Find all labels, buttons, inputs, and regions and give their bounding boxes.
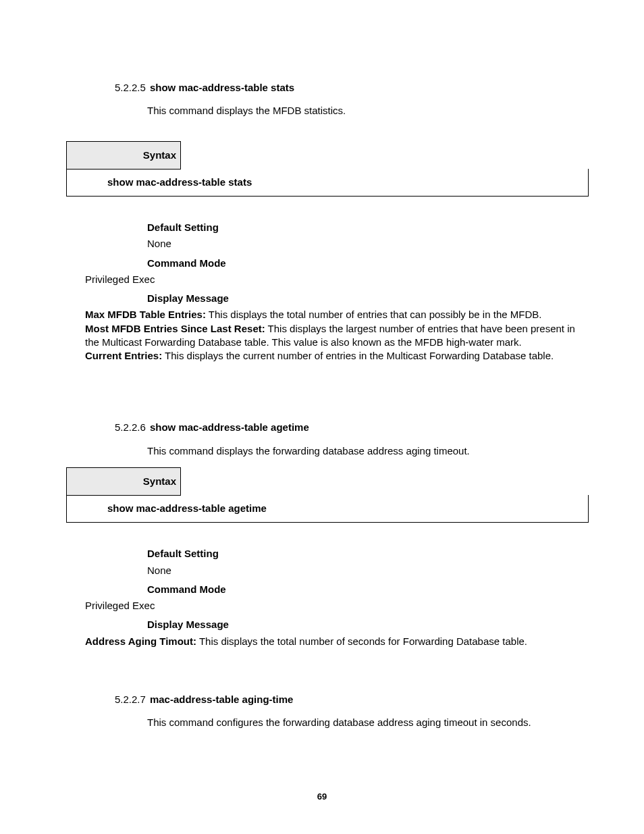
- command-mode-label: Command Mode: [147, 257, 589, 270]
- command-mode-value: Privileged Exec: [85, 273, 589, 286]
- default-setting-label: Default Setting: [147, 221, 589, 234]
- msg-text: This displays the total number of second…: [196, 635, 527, 647]
- msg-label: Most MFDB Entries Since Last Reset:: [85, 323, 265, 334]
- display-message-line: Max MFDB Table Entries: This displays th…: [85, 308, 589, 321]
- heading-number: 5.2.2.6: [115, 421, 146, 433]
- heading-5-2-2-5: 5.2.2.5show mac-address-table stats: [115, 81, 589, 95]
- msg-label: Address Aging Timout:: [85, 635, 196, 647]
- command-mode-value: Privileged Exec: [85, 599, 589, 613]
- display-message-line: Most MFDB Entries Since Last Reset: This…: [85, 322, 589, 350]
- heading-title: show mac-address-table stats: [150, 82, 294, 93]
- msg-text: This displays the current number of entr…: [162, 350, 554, 361]
- page: 5.2.2.5show mac-address-table stats This…: [0, 0, 644, 834]
- display-message-label: Display Message: [147, 618, 589, 631]
- intro-text: This command displays the forwarding dat…: [147, 444, 589, 458]
- default-setting-value: None: [147, 237, 589, 251]
- syntax-label: Syntax: [66, 467, 181, 496]
- display-message-line: Current Entries: This displays the curre…: [85, 349, 589, 363]
- heading-5-2-2-6: 5.2.2.6show mac-address-table agetime: [115, 421, 589, 434]
- msg-label: Max MFDB Table Entries:: [85, 309, 206, 320]
- syntax-command: show mac-address-table stats: [66, 169, 589, 197]
- syntax-label: Syntax: [66, 141, 181, 170]
- syntax-command: show mac-address-table agetime: [66, 495, 589, 523]
- heading-number: 5.2.2.5: [115, 82, 146, 93]
- heading-5-2-2-7: 5.2.2.7mac-address-table aging-time: [115, 693, 589, 706]
- display-message-label: Display Message: [147, 292, 589, 305]
- syntax-block: Syntax show mac-address-table agetime: [66, 467, 589, 523]
- page-number: 69: [0, 791, 644, 803]
- intro-text: This command configures the forwarding d…: [147, 716, 589, 729]
- heading-title: mac-address-table aging-time: [150, 694, 294, 705]
- heading-number: 5.2.2.7: [115, 694, 146, 705]
- default-setting-label: Default Setting: [147, 547, 589, 561]
- command-mode-label: Command Mode: [147, 583, 589, 596]
- display-message-line: Address Aging Timout: This displays the …: [85, 635, 589, 648]
- msg-text: This displays the total number of entrie…: [206, 309, 541, 320]
- msg-label: Current Entries:: [85, 350, 162, 361]
- heading-title: show mac-address-table agetime: [150, 421, 309, 433]
- intro-text: This command displays the MFDB statistic…: [147, 104, 589, 118]
- default-setting-value: None: [147, 564, 589, 577]
- syntax-block: Syntax show mac-address-table stats: [66, 141, 589, 197]
